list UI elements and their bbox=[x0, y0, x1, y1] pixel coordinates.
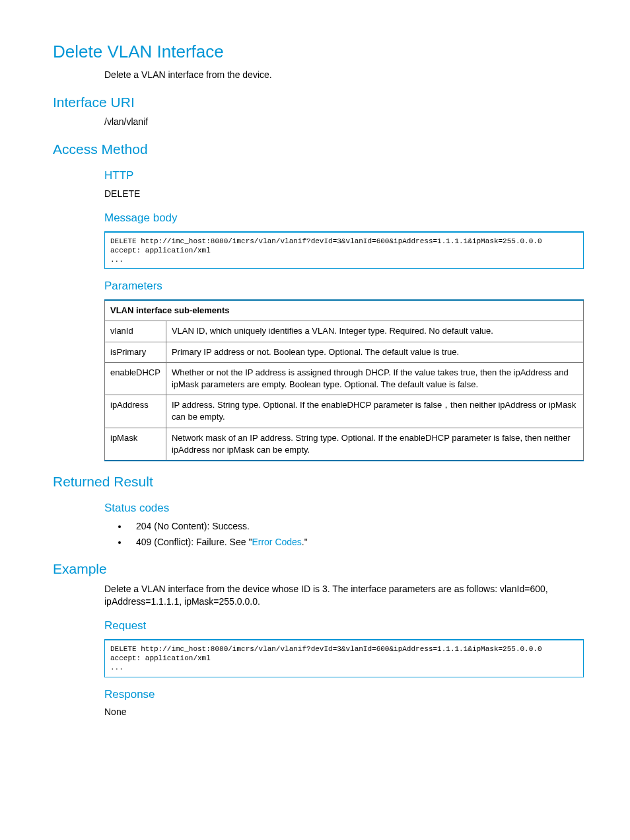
table-header: VLAN interface sub-elements bbox=[105, 300, 584, 321]
status-codes-list: 204 (No Content): Success. 409 (Conflict… bbox=[104, 520, 584, 549]
http-method: DELETE bbox=[104, 188, 584, 201]
request-code: DELETE http://imc_host:8080/imcrs/vlan/v… bbox=[104, 639, 584, 677]
http-heading: HTTP bbox=[104, 168, 584, 184]
error-codes-link[interactable]: Error Codes bbox=[252, 537, 301, 547]
access-method-heading: Access Method bbox=[53, 139, 584, 159]
message-body-code: DELETE http://imc_host:8080/imcrs/vlan/v… bbox=[104, 231, 584, 270]
page-title: Delete VLAN Interface bbox=[53, 40, 584, 63]
example-heading: Example bbox=[53, 559, 584, 578]
status-codes-heading: Status codes bbox=[104, 500, 584, 516]
status-code-409: 409 (Conflict): Failure. See "Error Code… bbox=[128, 536, 584, 549]
response-heading: Response bbox=[104, 687, 584, 703]
table-row: enableDHCP Whether or not the IP address… bbox=[105, 362, 584, 395]
param-name: vlanId bbox=[105, 321, 166, 342]
status-409-post: ." bbox=[302, 537, 308, 547]
status-code-204: 204 (No Content): Success. bbox=[128, 520, 584, 533]
parameters-heading: Parameters bbox=[104, 278, 584, 294]
param-desc: Network mask of an IP address. String ty… bbox=[166, 428, 583, 461]
interface-uri-path: /vlan/vlanif bbox=[104, 116, 584, 129]
status-409-pre: 409 (Conflict): Failure. See " bbox=[136, 537, 252, 547]
parameters-table: VLAN interface sub-elements vlanId VLAN … bbox=[104, 299, 584, 461]
table-row: isPrimary Primary IP address or not. Boo… bbox=[105, 342, 584, 362]
param-name: ipMask bbox=[105, 428, 166, 461]
param-desc: Primary IP address or not. Boolean type.… bbox=[166, 342, 583, 362]
request-heading: Request bbox=[104, 618, 584, 634]
param-desc: VLAN ID, which uniquely identifies a VLA… bbox=[166, 321, 583, 342]
param-name: ipAddress bbox=[105, 395, 166, 428]
param-name: isPrimary bbox=[105, 342, 166, 362]
message-body-heading: Message body bbox=[104, 210, 584, 226]
returned-result-heading: Returned Result bbox=[53, 472, 584, 491]
table-row: ipAddress IP address. String type. Optio… bbox=[105, 395, 584, 428]
param-name: enableDHCP bbox=[105, 362, 166, 395]
intro-text: Delete a VLAN interface from the device. bbox=[104, 69, 584, 82]
response-text: None bbox=[104, 706, 584, 719]
table-row: ipMask Network mask of an IP address. St… bbox=[105, 428, 584, 461]
example-intro: Delete a VLAN interface from the device … bbox=[104, 583, 584, 609]
param-desc: Whether or not the IP address is assigne… bbox=[166, 362, 583, 395]
interface-uri-heading: Interface URI bbox=[53, 93, 584, 112]
param-desc: IP address. String type. Optional. If th… bbox=[166, 395, 583, 428]
table-row: vlanId VLAN ID, which uniquely identifie… bbox=[105, 321, 584, 342]
